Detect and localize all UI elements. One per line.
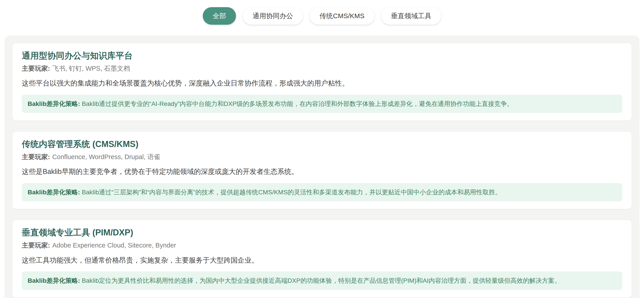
category-card-collab-platforms: 通用型协同办公与知识库平台 主要玩家:飞书, 钉钉, WPS, 石墨文档 这些平…	[12, 43, 632, 120]
filter-tab-bar: 全部 通用协同办公 传统CMS/KMS 垂直领域工具	[0, 0, 644, 25]
strategy-label: Baklib差异化策略:	[28, 100, 80, 107]
card-description: 这些是Baklib早期的主要竞争者，优势在于特定功能领域的深度或庞大的开发者生态…	[22, 167, 622, 176]
main-players-value: Confluence, WordPress, Drupal, 语雀	[52, 153, 160, 160]
category-panel: 通用型协同办公与知识库平台 主要玩家:飞书, 钉钉, WPS, 石墨文档 这些平…	[4, 35, 640, 298]
strategy-text: Baklib定位为更具性价比和易用性的选择，为国内中大型企业提供接近高端DXP的…	[82, 277, 561, 284]
filter-tab-collab-office[interactable]: 通用协同办公	[243, 7, 303, 25]
main-players-line: 主要玩家:Confluence, WordPress, Drupal, 语雀	[22, 153, 622, 161]
strategy-callout: Baklib差异化策略:Baklib通过提供更专业的“AI-Ready”内容中台…	[22, 95, 622, 113]
filter-tab-vertical-tools[interactable]: 垂直领域工具	[381, 7, 441, 25]
strategy-label: Baklib差异化策略:	[28, 189, 80, 196]
card-title: 传统内容管理系统 (CMS/KMS)	[22, 139, 622, 150]
strategy-label: Baklib差异化策略:	[28, 277, 80, 284]
main-players-line: 主要玩家:飞书, 钉钉, WPS, 石墨文档	[22, 64, 622, 73]
card-title: 垂直领域专业工具 (PIM/DXP)	[22, 227, 622, 238]
card-description: 这些工具功能强大，但通常价格昂贵，实施复杂，主要服务于大型跨国企业。	[22, 256, 622, 265]
filter-tab-cms-kms[interactable]: 传统CMS/KMS	[310, 7, 374, 25]
main-players-line: 主要玩家:Adobe Experience Cloud, Sitecore, B…	[22, 241, 622, 250]
strategy-text: Baklib通过提供更专业的“AI-Ready”内容中台能力和DXP级的多场景发…	[82, 100, 513, 107]
strategy-callout: Baklib差异化策略:Baklib通过“三层架构”和“内容与界面分离”的技术，…	[22, 183, 622, 201]
filter-tab-all[interactable]: 全部	[203, 7, 236, 25]
main-players-label: 主要玩家:	[22, 65, 50, 72]
main-players-value: 飞书, 钉钉, WPS, 石墨文档	[52, 65, 130, 72]
main-players-label: 主要玩家:	[22, 242, 50, 249]
card-title: 通用型协同办公与知识库平台	[22, 50, 622, 61]
strategy-text: Baklib通过“三层架构”和“内容与界面分离”的技术，提供超越传统CMS/KM…	[82, 189, 501, 196]
main-players-value: Adobe Experience Cloud, Sitecore, Bynder	[52, 242, 176, 249]
strategy-callout: Baklib差异化策略:Baklib定位为更具性价比和易用性的选择，为国内中大型…	[22, 272, 622, 290]
category-card-cms-kms: 传统内容管理系统 (CMS/KMS) 主要玩家:Confluence, Word…	[12, 132, 632, 209]
category-card-pim-dxp: 垂直领域专业工具 (PIM/DXP) 主要玩家:Adobe Experience…	[12, 220, 632, 297]
card-description: 这些平台以强大的集成能力和全场景覆盖为核心优势，深度融入企业日常协作流程，形成强…	[22, 78, 622, 88]
main-players-label: 主要玩家:	[22, 153, 50, 160]
